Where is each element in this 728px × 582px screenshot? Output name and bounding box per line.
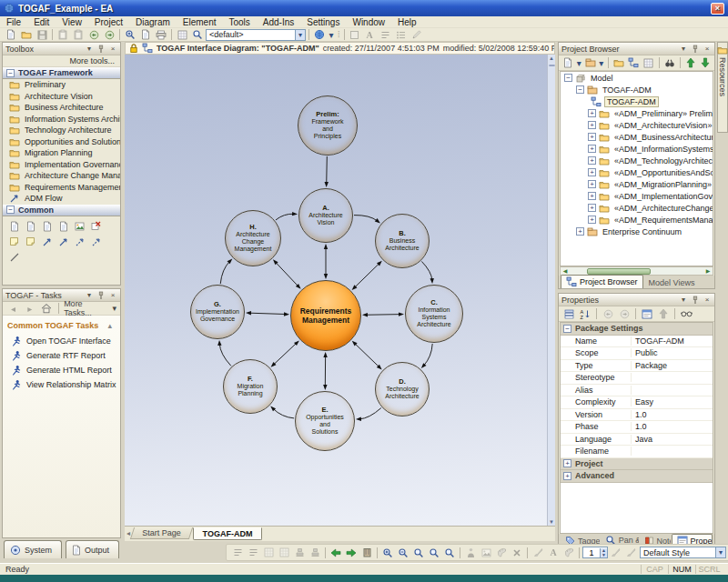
tree-row[interactable]: +«ADM_RequirementsManagement» P [561,214,713,226]
adm-node-e[interactable]: E.OpportunitiesandSolutions [295,391,355,451]
note-icon[interactable] [25,236,36,247]
paste-icon[interactable] [71,28,86,41]
tree-row[interactable]: −TOGAF-ADM [561,84,713,95]
close-icon[interactable]: × [108,291,117,300]
chevron-down-icon[interactable]: ▾ [328,28,335,41]
style-combo[interactable]: Default Style▾ [640,547,726,558]
property-category-collapsed[interactable]: +Project [561,458,713,471]
print-icon[interactable] [154,28,168,41]
file-icon[interactable] [57,221,69,232]
new-file-icon[interactable] [4,28,18,41]
property-category[interactable]: −Package Settings [561,323,713,336]
tab-project-browser[interactable]: Project Browser [561,275,643,288]
nav-back-icon[interactable] [601,307,615,320]
diagram-canvas[interactable]: Prelim:FrameworkandPrinciplesA.Architect… [125,55,547,526]
tab-togaf-adm[interactable]: TOGAF-ADM [193,527,263,540]
toolbox-item-adm-flow[interactable]: ADM Flow [3,193,120,205]
find-in-browser-icon[interactable] [662,56,675,69]
tree-row[interactable]: +«ADM_ImplementationGovernance» [561,190,713,202]
property-value[interactable]: TOGAF-ADM [632,336,713,346]
tree-row[interactable]: +«ADM_ArchitectureVision» Phase A [561,119,713,131]
tree-row[interactable]: +«ADM_InformationSystemsArchitect [561,143,713,155]
tab-start-page[interactable]: Start Page [130,527,193,539]
menu-window[interactable]: Window [346,16,391,28]
nav-forward-icon[interactable] [617,307,632,320]
layout-b-icon[interactable] [308,547,322,559]
open-project-icon[interactable] [19,28,34,41]
pen-icon[interactable] [410,28,424,41]
line-thickness-spinner[interactable]: 1▲▼ [582,547,608,558]
zoom-out-icon[interactable] [396,547,410,559]
task-generate-html-report[interactable]: Generate HTML Report [3,363,120,377]
adm-node-h[interactable]: H.ArchitectureChangeManagement [225,210,281,266]
menu-diagram[interactable]: Diagram [129,16,177,28]
toolbox-section-framework[interactable]: − TOGAF Framework [3,67,120,79]
artifact-icon[interactable] [8,221,20,232]
chevron-down-icon[interactable]: ▾ [679,296,688,305]
document-icon[interactable] [25,221,36,232]
toolbar-grip[interactable]: ⁞ [336,30,341,39]
scroll-right-icon[interactable]: ▶ [703,267,713,275]
dashed-link-icon[interactable] [74,236,86,247]
undo-icon[interactable] [86,28,101,41]
pin-icon[interactable] [691,296,700,305]
format-painter-icon[interactable] [624,547,639,559]
property-category-collapsed[interactable]: +Advanced [561,470,713,483]
zoom-custom-icon[interactable] [442,547,457,559]
menu-project[interactable]: Project [88,16,129,28]
expand-icon[interactable]: + [588,156,596,165]
new-folder-icon[interactable] [612,56,625,69]
copy-icon[interactable] [56,28,70,41]
tab-output[interactable]: Output [66,540,119,558]
chevron-down-icon[interactable]: ▾ [295,30,305,40]
tree-row[interactable]: +«ADM_Preliminary» Prelim [561,107,713,119]
menu-edit[interactable]: Edit [27,16,56,28]
toolbox-item-preliminary[interactable]: Preliminary [3,79,120,91]
categorized-icon[interactable] [561,307,576,320]
expand-icon[interactable]: + [588,192,596,200]
menu-settings[interactable]: Settings [300,16,346,28]
move-up-icon[interactable] [656,307,671,320]
menu-file[interactable]: File [0,16,27,28]
grid-icon[interactable] [175,28,189,41]
new-package-icon[interactable] [583,56,596,69]
save-icon[interactable] [35,28,49,41]
new-element-icon[interactable] [561,56,574,69]
collapse-icon[interactable]: − [563,325,571,333]
chevron-down-icon[interactable]: ▾ [112,304,116,313]
tree-row[interactable]: +«ADM_MigrationPlanning» Phase F [561,178,713,190]
tasks-section-header[interactable]: Common TOGAF Tasks ▴ [3,316,120,334]
home-icon[interactable] [39,302,54,315]
property-value[interactable]: 1.0 [632,422,713,431]
arrow-link-icon[interactable] [57,236,69,247]
toolbox-item-requirements-management[interactable]: Requirements Management [3,182,120,194]
back-icon[interactable]: ◂ [6,302,20,315]
adm-node-b[interactable]: B.BusinessArchitecture [375,214,430,268]
toolbox-item-information-systems-architecture[interactable]: Information Systems Architecture [3,114,120,125]
element-box-icon[interactable] [348,28,362,41]
toolbox-item-technology-architecture[interactable]: Technology Architecture [3,125,120,136]
toolbox-section-common[interactable]: − Common [3,205,120,216]
tree-row[interactable]: +«ADM_OpportunitiesAndSolutions» P [561,166,713,178]
menu-view[interactable]: View [56,16,88,28]
line-icon[interactable] [8,252,20,263]
undo-style-icon[interactable] [531,547,545,559]
same-size-icon[interactable] [261,547,276,559]
toolbox-item-implementation-governance[interactable]: Implementation Governance [3,159,120,171]
expand-icon[interactable]: + [588,145,596,153]
tree-row[interactable]: −Model [561,72,713,84]
close-icon[interactable]: × [108,45,117,54]
paint-icon[interactable] [494,547,509,559]
chevron-down-icon[interactable]: ▾ [679,45,688,54]
bullet-list-icon[interactable] [394,28,409,41]
expand-icon[interactable]: + [588,180,596,188]
font-icon[interactable]: A [363,28,378,41]
chevron-down-icon[interactable]: ▾ [85,45,94,54]
options-globe-icon[interactable] [312,28,327,41]
tree-row[interactable]: +Enterprise Continuum [561,226,713,237]
pin-icon[interactable] [691,45,700,54]
zoom-norm-icon[interactable] [427,547,441,559]
move-up-icon[interactable] [684,56,697,69]
scroll-down-icon[interactable]: ▼ [549,519,554,525]
adm-node-d[interactable]: D.TechnologyArchitecture [375,362,430,416]
